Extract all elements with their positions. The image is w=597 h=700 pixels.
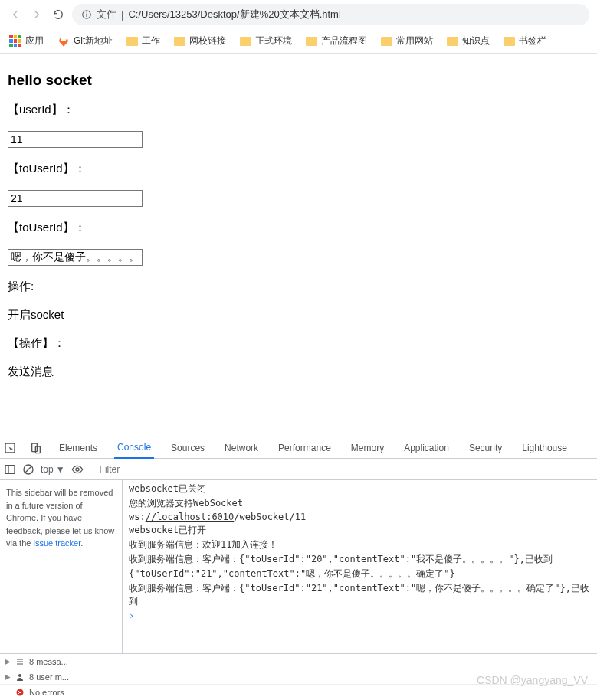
tab-elements[interactable]: Elements xyxy=(56,437,100,459)
tab-sources[interactable]: Sources xyxy=(168,437,208,459)
action-label: 操作: xyxy=(8,280,589,294)
tab-console[interactable]: Console xyxy=(114,437,154,459)
console-line: 收到服务端信息：客户端：{"toUserId":"21","contentTex… xyxy=(123,581,597,609)
console-line: 收到服务端信息：欢迎11加入连接！ xyxy=(123,538,597,552)
inspect-icon[interactable] xyxy=(4,442,16,454)
page-heading: hello socket xyxy=(8,72,589,89)
console-line: {"toUserId":"21","contentText":"嗯，你不是傻子。… xyxy=(123,567,597,581)
browser-nav-bar: 文件 | C:/Users/13253/Desktop/新建%20文本文档.ht… xyxy=(0,0,597,29)
touserid-label-2: 【toUserId】： xyxy=(8,221,589,235)
address-url: C:/Users/13253/Desktop/新建%20文本文档.html xyxy=(128,8,340,21)
reload-button[interactable] xyxy=(51,7,66,22)
apps-shortcut[interactable]: 应用 xyxy=(9,34,44,47)
eye-icon[interactable] xyxy=(71,463,84,476)
svg-point-2 xyxy=(86,12,87,13)
svg-line-9 xyxy=(25,466,31,473)
bookmark-folder[interactable]: 网校链接 xyxy=(174,34,226,47)
apps-icon xyxy=(9,35,21,47)
console-toolbar: top ▼ xyxy=(0,459,597,480)
console-line: websocket已打开 xyxy=(123,523,597,538)
devtools-tabs: Elements Console Sources Network Perform… xyxy=(0,437,597,459)
action-label-2: 【操作】： xyxy=(8,336,589,351)
svg-rect-4 xyxy=(32,443,38,452)
userid-input[interactable] xyxy=(8,131,143,148)
folder-icon xyxy=(381,37,392,46)
errors-row[interactable]: ▶ No errors xyxy=(0,685,597,700)
sidebar-toggle-icon[interactable] xyxy=(4,463,16,476)
device-icon[interactable] xyxy=(30,442,42,454)
tab-network[interactable]: Network xyxy=(221,437,261,459)
svg-point-10 xyxy=(76,468,79,471)
svg-rect-6 xyxy=(5,465,15,473)
folder-icon xyxy=(447,37,458,46)
touserid-input[interactable] xyxy=(8,190,143,207)
bookmark-folder[interactable]: 正式环境 xyxy=(240,34,292,47)
bookmark-folder[interactable]: 产品流程图 xyxy=(306,34,367,47)
folder-icon xyxy=(306,37,317,46)
console-prompt[interactable]: › xyxy=(123,609,597,623)
gitlab-icon xyxy=(57,35,70,47)
tab-performance[interactable]: Performance xyxy=(275,437,334,459)
tab-memory[interactable]: Memory xyxy=(348,437,387,459)
bookmark-git[interactable]: Git新地址 xyxy=(57,34,113,47)
bookmark-folder[interactable]: 工作 xyxy=(126,34,160,47)
address-bar[interactable]: 文件 | C:/Users/13253/Desktop/新建%20文本文档.ht… xyxy=(72,4,589,25)
error-icon xyxy=(15,688,25,697)
bookmark-folder[interactable]: 书签栏 xyxy=(504,34,546,47)
tab-application[interactable]: Application xyxy=(401,437,452,459)
devtools-panel: Elements Console Sources Network Perform… xyxy=(0,437,597,700)
clear-icon[interactable] xyxy=(22,463,34,476)
messages-row[interactable]: ▶ 8 messa... xyxy=(0,654,597,669)
issue-tracker-link[interactable]: issue tracker xyxy=(33,538,80,548)
folder-icon xyxy=(174,37,185,46)
touserid-label: 【toUserId】： xyxy=(8,162,589,176)
address-prefix: 文件 xyxy=(97,8,116,21)
folder-icon xyxy=(504,37,515,46)
page-content: hello socket 【userId】： 【toUserId】： 【toUs… xyxy=(0,54,597,401)
console-line: websocket已关闭 xyxy=(123,482,597,496)
folder-icon xyxy=(240,37,251,46)
watermark: CSDN @yangyang_VV xyxy=(477,674,588,686)
bookmark-folder[interactable]: 知识点 xyxy=(447,34,490,47)
bookmark-folder[interactable]: 常用网站 xyxy=(381,34,433,47)
forward-button[interactable] xyxy=(29,7,44,22)
list-icon xyxy=(15,657,25,666)
info-icon xyxy=(81,9,92,20)
send-message-action[interactable]: 发送消息 xyxy=(8,365,589,379)
folder-icon xyxy=(126,37,138,46)
console-line: ws://localhost:6010/webSocket/11 xyxy=(123,511,597,523)
bookmarks-bar: 应用 Git新地址 工作 网校链接 正式环境 产品流程图 常用网站 知识点 书签… xyxy=(0,29,597,54)
console-line: 您的浏览器支持WebSocket xyxy=(123,496,597,511)
userid-label: 【userId】： xyxy=(8,103,589,117)
tab-security[interactable]: Security xyxy=(466,437,505,459)
content-input[interactable] xyxy=(8,249,143,266)
console-output: websocket已关闭 您的浏览器支持WebSocket ws://local… xyxy=(123,480,597,653)
user-icon xyxy=(15,672,25,682)
context-selector[interactable]: top ▼ xyxy=(41,464,65,475)
console-line: 收到服务端信息：客户端：{"toUserId":"20","contentTex… xyxy=(123,552,597,567)
open-socket-action[interactable]: 开启socket xyxy=(8,308,589,322)
svg-rect-5 xyxy=(35,446,40,453)
svg-point-14 xyxy=(18,674,21,677)
filter-input[interactable] xyxy=(93,459,593,479)
tab-lighthouse[interactable]: Lighthouse xyxy=(519,437,570,459)
back-button[interactable] xyxy=(8,7,23,22)
console-sidebar: This sidebar will be removed in a future… xyxy=(0,480,123,653)
